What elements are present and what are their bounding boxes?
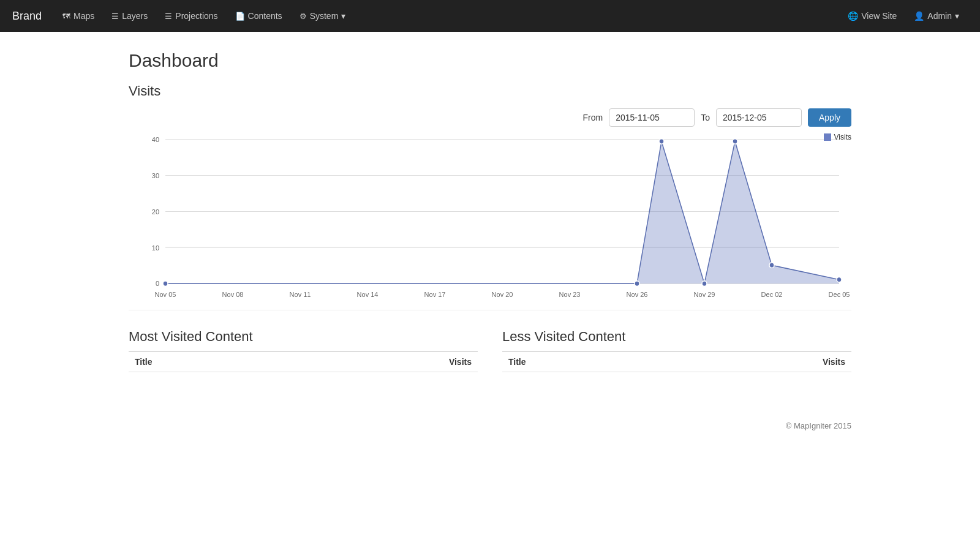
footer: © MapIgniter 2015 <box>0 409 980 443</box>
system-dropdown-icon: ▾ <box>341 11 345 21</box>
svg-text:Nov 08: Nov 08 <box>222 290 244 298</box>
less-visited-title-col: Title <box>502 351 663 372</box>
page-title: Dashboard <box>129 50 851 71</box>
to-label: To <box>701 113 710 122</box>
svg-text:20: 20 <box>152 208 159 215</box>
most-visited-visits-col: Visits <box>289 351 478 372</box>
most-visited-table: Title Visits <box>129 351 478 372</box>
contents-icon: 📄 <box>235 12 245 21</box>
most-visited-title-col: Title <box>129 351 289 372</box>
svg-point-22 <box>163 281 168 287</box>
svg-point-26 <box>733 139 737 144</box>
most-visited-title: Most Visited Content <box>129 329 478 345</box>
nav-layers[interactable]: ☰ Layers <box>103 0 156 32</box>
svg-text:Nov 05: Nov 05 <box>155 290 176 298</box>
svg-text:10: 10 <box>152 244 159 251</box>
svg-text:Nov 23: Nov 23 <box>559 290 581 298</box>
brand-label[interactable]: Brand <box>12 10 42 23</box>
svg-point-27 <box>769 263 774 268</box>
nav-system[interactable]: ⚙ System ▾ <box>291 0 355 32</box>
nav-maps[interactable]: 🗺 Maps <box>54 0 103 32</box>
svg-point-25 <box>702 281 707 287</box>
chart-container: Visits 0 10 20 30 40 Nov 05 Nov 08 Nov 1… <box>129 133 851 310</box>
svg-text:Nov 17: Nov 17 <box>424 290 446 298</box>
from-label: From <box>583 113 603 122</box>
user-icon: 👤 <box>914 11 924 21</box>
navbar: Brand 🗺 Maps ☰ Layers ☰ Projections 📄 Co… <box>0 0 980 32</box>
svg-text:Nov 14: Nov 14 <box>357 290 379 298</box>
svg-point-24 <box>659 139 664 144</box>
navbar-right: 🌐 View Site 👤 Admin ▾ <box>839 0 968 32</box>
svg-text:Dec 05: Dec 05 <box>829 290 850 298</box>
date-from-input[interactable] <box>609 108 695 127</box>
nav-view-site[interactable]: 🌐 View Site <box>839 0 905 32</box>
svg-point-28 <box>837 277 842 282</box>
apply-button[interactable]: Apply <box>808 108 851 127</box>
svg-marker-21 <box>165 141 839 283</box>
svg-text:0: 0 <box>156 280 159 287</box>
svg-text:Dec 02: Dec 02 <box>761 290 783 298</box>
footer-text: © MapIgniter 2015 <box>786 421 851 430</box>
less-visited-table: Title Visits <box>502 351 851 372</box>
chart-legend: Visits <box>824 133 851 141</box>
admin-dropdown-icon: ▾ <box>955 11 959 21</box>
legend-label: Visits <box>834 133 851 141</box>
svg-text:Nov 20: Nov 20 <box>492 290 513 298</box>
nav-contents[interactable]: 📄 Contents <box>227 0 291 32</box>
svg-point-23 <box>635 281 639 287</box>
projections-icon: ☰ <box>165 12 172 21</box>
less-visited-title: Less Visited Content <box>502 329 851 345</box>
nav-links: 🗺 Maps ☰ Layers ☰ Projections 📄 Contents… <box>54 0 839 32</box>
svg-text:Nov 29: Nov 29 <box>694 290 715 298</box>
nav-admin[interactable]: 👤 Admin ▾ <box>905 0 968 32</box>
content-tables: Most Visited Content Title Visits Less V… <box>129 329 851 372</box>
date-to-input[interactable] <box>716 108 802 127</box>
legend-color-box <box>824 133 831 141</box>
most-visited-section: Most Visited Content Title Visits <box>129 329 478 372</box>
less-visited-visits-col: Visits <box>663 351 851 372</box>
globe-icon: 🌐 <box>848 11 858 21</box>
svg-text:40: 40 <box>152 136 159 143</box>
layers-icon: ☰ <box>111 12 119 21</box>
svg-text:30: 30 <box>152 172 159 179</box>
svg-text:Nov 11: Nov 11 <box>290 290 311 298</box>
maps-icon: 🗺 <box>62 12 70 21</box>
less-visited-section: Less Visited Content Title Visits <box>502 329 851 372</box>
system-icon: ⚙ <box>300 12 307 21</box>
svg-text:Nov 26: Nov 26 <box>627 290 648 298</box>
visits-title: Visits <box>129 83 851 99</box>
nav-projections[interactable]: ☰ Projections <box>156 0 226 32</box>
date-filter-row: From To Apply <box>129 108 851 127</box>
chart-svg: 0 10 20 30 40 Nov 05 Nov 08 Nov 11 Nov 1… <box>129 133 851 310</box>
main-content: Dashboard Visits From To Apply Visits 0 … <box>0 32 980 409</box>
